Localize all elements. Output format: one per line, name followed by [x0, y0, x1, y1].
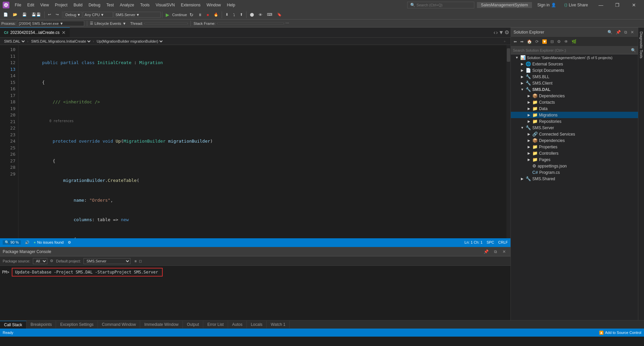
new-project-btn[interactable]: 📄: [1, 12, 10, 17]
watch-btn[interactable]: 👁: [257, 12, 264, 17]
clear-btn[interactable]: □: [139, 259, 142, 263]
method-selector[interactable]: Up(MigrationBuilder migrationBuilder): [95, 39, 164, 44]
se-pin-btn[interactable]: 📌: [614, 29, 622, 35]
tab-dropdown-arrow[interactable]: ▼: [498, 30, 504, 36]
tab-locals[interactable]: Locals: [247, 321, 267, 328]
tree-item-sms-server[interactable]: ▼ 🔧 SMS.Server: [511, 125, 638, 131]
server-dropdown[interactable]: SMS.Server ▼: [114, 12, 161, 18]
tree-item-pages[interactable]: ▶ 📁 Pages: [511, 156, 638, 163]
bookmark-btn[interactable]: 🔖: [275, 12, 284, 17]
se-collapse-btn[interactable]: ⊟: [549, 39, 555, 45]
tree-item-data[interactable]: ▶ 📁 Data: [511, 105, 638, 112]
menu-extensions[interactable]: Extensions: [178, 2, 203, 8]
tab-right-arrow[interactable]: ›: [496, 30, 498, 36]
add-tab-button[interactable]: +: [502, 39, 508, 43]
file-tab-close[interactable]: ✕: [62, 30, 66, 35]
tree-item-sms-shared[interactable]: ▶ 🔧 SMS.Shared: [511, 176, 638, 182]
menu-test[interactable]: Test: [104, 2, 116, 8]
se-sync-btn[interactable]: ⟳: [534, 39, 540, 45]
stack-frame-dropdown[interactable]: [217, 23, 284, 24]
se-float-btn[interactable]: ⧉: [623, 29, 629, 35]
immediate-btn[interactable]: ⌨: [265, 12, 274, 17]
lifecycle-btn[interactable]: Lifecycle Events: [95, 21, 121, 26]
namespace-selector[interactable]: SMS.DAL: [3, 39, 26, 44]
menu-build[interactable]: Build: [71, 2, 85, 8]
scrollbar-thumb[interactable]: [507, 48, 510, 62]
tab-gear[interactable]: ⚙: [504, 29, 509, 36]
zoom-level[interactable]: 🔍 90 %: [3, 240, 21, 245]
se-search-btn[interactable]: 🔍: [606, 29, 614, 35]
tree-item-contacts[interactable]: ▶ 📁 Contacts: [511, 99, 638, 105]
menu-help[interactable]: Help: [224, 2, 238, 8]
redo-btn[interactable]: ↪: [54, 12, 61, 17]
restart-btn[interactable]: ↻: [187, 11, 196, 18]
tree-item-sms-dal[interactable]: ▼ 🔧 SMS.DAL: [511, 86, 638, 93]
expand-btn[interactable]: ⋯: [285, 21, 289, 26]
hot-reload-btn[interactable]: 🔥: [212, 12, 220, 17]
menu-tools[interactable]: Tools: [138, 2, 152, 8]
tree-item-connected-services[interactable]: ▶ 🔗 Connected Services: [511, 131, 638, 137]
minimize-button[interactable]: —: [593, 0, 608, 10]
breakpoint-btn[interactable]: ⬤: [248, 12, 256, 17]
menu-view[interactable]: View: [38, 2, 52, 8]
package-source-select[interactable]: All: [33, 258, 47, 264]
tab-call-stack[interactable]: Call Stack: [0, 321, 26, 329]
menu-debug[interactable]: Debug: [86, 2, 103, 8]
tree-item-controllers[interactable]: ▶ 📁 Controllers: [511, 150, 638, 156]
code-scrollbar[interactable]: [506, 45, 511, 238]
code-content[interactable]: public partial class InitialCreate : Mig…: [18, 45, 506, 238]
open-btn[interactable]: 📂: [11, 12, 19, 17]
continue-btn[interactable]: ▶: [164, 11, 171, 18]
package-console[interactable]: PM>: [0, 266, 511, 320]
thread-dropdown[interactable]: [144, 23, 188, 24]
tree-item-migrations[interactable]: ▶ 📁 Migrations: [511, 112, 638, 118]
platform-dropdown[interactable]: Any CPU ▼: [83, 12, 113, 18]
pm-input[interactable]: [12, 268, 163, 277]
tree-item-sms-bll[interactable]: ▶ 🔧 SMS.BLL: [511, 73, 638, 80]
tab-left-arrow[interactable]: ‹: [494, 30, 495, 36]
tree-item-external-sources[interactable]: ▶ 🌐 External Sources: [511, 61, 638, 67]
sign-in-button[interactable]: Sign in 👤: [535, 3, 559, 7]
se-home-btn[interactable]: 🏠: [526, 39, 533, 45]
tab-exception-settings[interactable]: Exception Settings: [56, 321, 98, 328]
se-filter-btn[interactable]: 🔽: [541, 39, 548, 45]
tree-item-appsettings[interactable]: ▶ ⚙ appsettings.json: [511, 163, 638, 169]
tab-autos[interactable]: Autos: [228, 321, 247, 328]
tab-error-list[interactable]: Error List: [203, 321, 228, 328]
tab-output[interactable]: Output: [183, 321, 203, 328]
active-file-tab[interactable]: C# 20230420154...ialCreate.cs ✕: [0, 28, 70, 37]
menu-window[interactable]: Window: [204, 2, 224, 8]
menu-project[interactable]: Project: [52, 2, 70, 8]
tree-item-dependencies2[interactable]: ▶ 📦 Dependencies: [511, 137, 638, 144]
tab-breakpoints[interactable]: Breakpoints: [26, 321, 56, 328]
tab-command-window[interactable]: Command Window: [98, 321, 140, 328]
diagnostics-label[interactable]: Diagnostic Tools: [639, 29, 643, 61]
se-preview-btn[interactable]: 👁: [563, 39, 570, 45]
se-forward-btn[interactable]: ➡: [519, 39, 525, 45]
step-out-btn[interactable]: ⬆: [238, 12, 245, 17]
tree-item-script-docs[interactable]: ▶ 📄 Script Documents: [511, 67, 638, 73]
se-properties-btn[interactable]: ⚙: [556, 39, 562, 45]
menu-edit[interactable]: Edit: [24, 2, 37, 8]
process-dropdown[interactable]: [20004] SMS.Server.exe ▼: [17, 21, 84, 26]
search-box[interactable]: 🔍 Search (Ctrl+Q): [407, 2, 474, 8]
default-project-select[interactable]: SMS.Server: [84, 258, 130, 264]
maximize-button[interactable]: ❐: [610, 0, 625, 10]
status-right-controls[interactable]: 🔼 Add to Source Control: [599, 331, 641, 335]
save-btn[interactable]: 💾: [20, 12, 29, 17]
panel-pin-btn[interactable]: 📌: [482, 249, 491, 255]
tab-immediate-window[interactable]: Immediate Window: [140, 321, 183, 328]
tree-item-solution[interactable]: ▼ 📊 Solution 'SalesManagementSystem' (5 …: [511, 54, 638, 61]
tree-item-repositories[interactable]: ▶ 📁 Repositories: [511, 118, 638, 125]
step-into-btn[interactable]: ⬇: [223, 12, 230, 17]
save-all-btn[interactable]: 💾💾: [30, 12, 43, 17]
pause-btn[interactable]: ⏸: [196, 12, 204, 17]
close-button[interactable]: ✕: [626, 0, 641, 10]
class-selector[interactable]: SMS.DAL.Migrations.InitialCreate: [30, 39, 92, 44]
undo-btn[interactable]: ↩: [46, 12, 53, 17]
menu-analyze[interactable]: Analyze: [117, 2, 137, 8]
se-search-input[interactable]: [513, 48, 630, 52]
se-back-btn[interactable]: ⬅: [512, 39, 518, 45]
indent-btn[interactable]: ≡: [135, 259, 137, 263]
tab-watch-1[interactable]: Watch 1: [267, 321, 290, 328]
